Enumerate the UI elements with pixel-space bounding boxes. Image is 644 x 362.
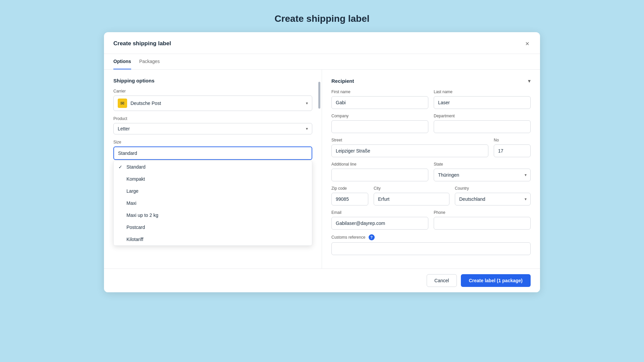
phone-col: Phone [434, 210, 531, 230]
email-phone-row: Email Phone [331, 210, 531, 230]
street-label: Street [331, 138, 488, 142]
customs-reference-label-row: Customs reference ? [331, 234, 531, 240]
customs-reference-group: Customs reference ? [331, 234, 531, 255]
recipient-collapse-icon[interactable]: ▾ [528, 78, 531, 84]
product-label: Product [113, 116, 312, 121]
close-button[interactable]: × [524, 39, 531, 48]
tabs: Options Packages [104, 54, 540, 70]
state-col: State Thüringen ▾ [434, 162, 531, 181]
country-col: Country Deutschland ▾ [455, 186, 531, 205]
page-title: Create shipping label [274, 13, 369, 24]
shipping-options-title: Shipping options [113, 78, 312, 83]
size-option-maxi-2kg[interactable]: Maxi up to 2 kg [114, 209, 312, 221]
no-col: No [494, 138, 531, 157]
tab-packages[interactable]: Packages [139, 54, 160, 69]
carrier-field-group: Carrier ✉ Deutsche Post ▾ [113, 89, 312, 111]
phone-label: Phone [434, 210, 531, 215]
city-input[interactable] [374, 193, 449, 205]
department-col: Department [434, 114, 531, 133]
no-input[interactable] [494, 144, 531, 157]
product-chevron-icon: ▾ [306, 126, 308, 131]
size-field-group: Size ✓ Standard Kompakt [113, 140, 312, 160]
modal: Create shipping label × Options Packages… [104, 32, 540, 292]
no-label: No [494, 138, 531, 142]
country-label: Country [455, 186, 531, 191]
product-value: Letter [118, 126, 130, 131]
check-icon: ✓ [118, 164, 124, 170]
size-dropdown-wrapper: ✓ Standard Kompakt Large [113, 146, 312, 160]
scroll-track [318, 75, 320, 263]
additional-line-col: Additional line [331, 162, 428, 181]
customs-reference-info-icon[interactable]: ? [369, 234, 375, 240]
state-label: State [434, 162, 531, 167]
company-label: Company [331, 114, 428, 118]
carrier-label: Carrier [113, 89, 312, 94]
name-row: First name Last name [331, 89, 531, 109]
carrier-icon: ✉ [118, 99, 127, 108]
size-dropdown-menu: ✓ Standard Kompakt Large [113, 161, 312, 246]
create-label-button[interactable]: Create label (1 package) [461, 274, 531, 287]
size-option-large[interactable]: Large [114, 185, 312, 197]
size-option-maxi[interactable]: Maxi [114, 197, 312, 209]
tab-options[interactable]: Options [113, 54, 131, 69]
country-chevron-icon: ▾ [525, 197, 527, 201]
email-label: Email [331, 210, 428, 215]
customs-reference-input[interactable] [331, 242, 531, 255]
company-row: Company Department [331, 114, 531, 133]
company-input[interactable] [331, 120, 428, 133]
cancel-button[interactable]: Cancel [427, 274, 457, 287]
city-col: City [374, 186, 449, 205]
size-option-kilotariff[interactable]: Kilotariff [114, 233, 312, 245]
recipient-header: Recipient ▾ [331, 78, 531, 84]
first-name-input[interactable] [331, 96, 428, 109]
state-chevron-icon: ▾ [525, 173, 527, 177]
size-option-kompakt[interactable]: Kompakt [114, 173, 312, 185]
email-input[interactable] [331, 217, 428, 230]
left-panel: Shipping options Carrier ✉ Deutsche Post… [104, 70, 322, 268]
department-label: Department [434, 114, 531, 118]
last-name-input[interactable] [434, 96, 531, 109]
modal-header: Create shipping label × [104, 32, 540, 54]
customs-reference-label-text: Customs reference [331, 235, 365, 240]
company-col: Company [331, 114, 428, 133]
zip-input[interactable] [331, 193, 368, 205]
modal-footer: Cancel Create label (1 package) [104, 268, 540, 292]
carrier-chevron-icon: ▾ [306, 101, 308, 106]
country-select-wrapper: Deutschland ▾ [455, 193, 531, 205]
size-option-postcard[interactable]: Postcard [114, 221, 312, 233]
state-select[interactable]: Thüringen [434, 169, 531, 181]
modal-body: Shipping options Carrier ✉ Deutsche Post… [104, 70, 540, 268]
phone-input[interactable] [434, 217, 531, 230]
city-label: City [374, 186, 449, 191]
recipient-title: Recipient [331, 78, 354, 84]
size-input[interactable] [113, 146, 312, 160]
carrier-select[interactable]: ✉ Deutsche Post ▾ [113, 96, 312, 111]
additional-line-input[interactable] [331, 169, 428, 181]
email-col: Email [331, 210, 428, 230]
size-label: Size [113, 140, 312, 144]
zip-col: Zip code [331, 186, 368, 205]
carrier-value: Deutsche Post [130, 101, 161, 106]
right-panel: Recipient ▾ First name Last name Company [322, 70, 540, 268]
modal-title: Create shipping label [113, 40, 171, 47]
street-col: Street [331, 138, 488, 157]
department-input[interactable] [434, 120, 531, 133]
scroll-thumb [318, 82, 320, 109]
size-option-standard[interactable]: ✓ Standard [114, 161, 312, 173]
last-name-label: Last name [434, 89, 531, 94]
first-name-label: First name [331, 89, 428, 94]
street-input[interactable] [331, 144, 488, 157]
zip-city-country-row: Zip code City Country Deutschland ▾ [331, 186, 531, 205]
street-row: Street No [331, 138, 531, 157]
zip-label: Zip code [331, 186, 368, 191]
additional-line-label: Additional line [331, 162, 428, 167]
product-select[interactable]: Letter ▾ [113, 123, 312, 134]
state-select-wrapper: Thüringen ▾ [434, 169, 531, 181]
product-field-group: Product Letter ▾ [113, 116, 312, 134]
additional-state-row: Additional line State Thüringen ▾ [331, 162, 531, 181]
country-select[interactable]: Deutschland [455, 193, 531, 205]
last-name-col: Last name [434, 89, 531, 109]
first-name-col: First name [331, 89, 428, 109]
